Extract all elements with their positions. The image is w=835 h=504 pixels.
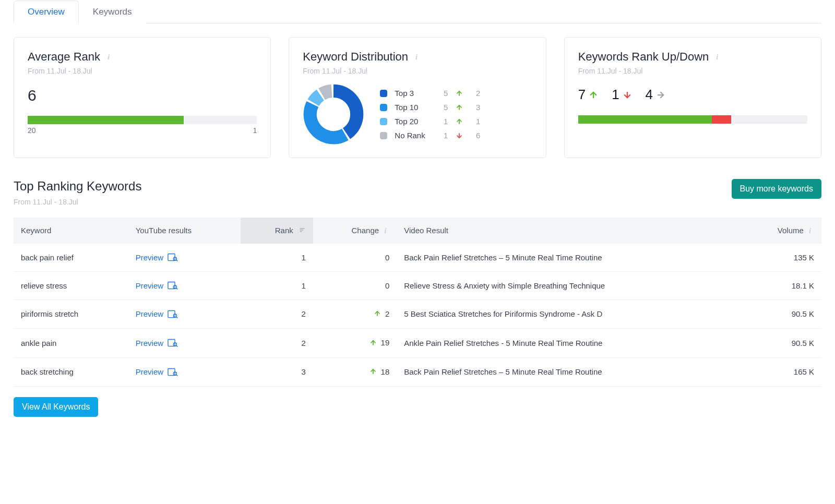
col-youtube-results[interactable]: YouTube results: [128, 218, 241, 244]
section-title: Top Ranking Keywords: [14, 179, 141, 194]
cell-youtube-results: Preview: [128, 271, 241, 299]
updown-segment: [578, 115, 712, 124]
change-value: 18: [381, 367, 390, 376]
card-title: Average Rank i: [28, 50, 257, 64]
avg-rank-value: 6: [28, 87, 257, 104]
legend-swatch: [380, 90, 387, 97]
preview-icon: [168, 339, 178, 347]
distribution-title: Keyword Distribution: [303, 50, 408, 64]
updown-values: 7 1 4: [578, 87, 807, 103]
view-all-keywords-button[interactable]: View All Keywords: [14, 397, 98, 417]
info-icon[interactable]: i: [381, 227, 389, 235]
cell-change: 0: [313, 271, 397, 299]
updown-bar: [578, 115, 807, 124]
arrow-down-icon: [623, 90, 632, 100]
change-value: 0: [385, 281, 389, 290]
table-row: ankle painPreview219Ankle Pain Relief St…: [14, 329, 821, 358]
date-range: From 11.Jul - 18.Jul: [303, 67, 532, 75]
col-rank[interactable]: Rank: [241, 218, 313, 244]
distribution-legend: Top 352Top 1053Top 2011No Rank16: [380, 89, 480, 140]
tab-overview[interactable]: Overview: [14, 1, 79, 23]
col-change[interactable]: Change i: [313, 218, 397, 244]
legend-label: Top 10: [395, 103, 433, 112]
cell-video-result: Ankle Pain Relief Stretches - 5 Minute R…: [397, 329, 739, 358]
cell-rank: 2: [241, 329, 313, 358]
legend-change: 6: [471, 131, 480, 140]
updown-segment: [712, 115, 731, 124]
down-count: 1: [612, 87, 619, 103]
preview-label: Preview: [136, 253, 163, 262]
preview-link[interactable]: Preview: [136, 281, 178, 290]
table-row: piriformis stretchPreview225 Best Sciati…: [14, 299, 821, 329]
cell-keyword: back pain relief: [14, 244, 128, 272]
info-icon[interactable]: i: [713, 53, 721, 61]
cell-video-result: Relieve Stress & Anxiety with Simple Bre…: [397, 271, 739, 299]
col-video-result[interactable]: Video Result: [397, 218, 739, 244]
legend-swatch: [380, 118, 387, 125]
card-title: Keywords Rank Up/Down i: [578, 50, 807, 64]
preview-icon: [168, 310, 178, 318]
legend-swatch: [380, 104, 387, 111]
table-row: back pain reliefPreview10Back Pain Relie…: [14, 244, 821, 272]
preview-link[interactable]: Preview: [136, 253, 178, 262]
cell-youtube-results: Preview: [128, 329, 241, 358]
change-value: 0: [385, 253, 389, 262]
arrow-up-icon: [369, 339, 377, 346]
cell-rank: 3: [241, 357, 313, 387]
cell-change: 18: [313, 357, 397, 387]
col-keyword[interactable]: Keyword: [14, 218, 128, 244]
legend-label: Top 3: [395, 89, 433, 98]
col-volume[interactable]: Volume i: [740, 218, 821, 244]
buy-keywords-button[interactable]: Buy more keywords: [732, 179, 822, 199]
cell-change: 19: [313, 329, 397, 358]
section-date-range: From 11.Jul - 18.Jul: [14, 198, 141, 206]
legend-count: 1: [438, 131, 448, 140]
card-title: Keyword Distribution i: [303, 50, 532, 64]
arrow-up-icon: [453, 90, 466, 97]
legend-count: 5: [438, 103, 448, 112]
cell-video-result: Back Pain Relief Stretches – 5 Minute Re…: [397, 244, 739, 272]
avg-bar-max: 1: [253, 126, 257, 135]
legend-swatch: [380, 132, 387, 139]
svg-line-16: [176, 260, 178, 261]
cell-change: 2: [313, 299, 397, 329]
up-count: 7: [578, 87, 586, 103]
info-icon[interactable]: i: [104, 53, 113, 61]
cell-rank: 2: [241, 299, 313, 329]
legend-label: No Rank: [395, 131, 433, 140]
updown-segment: [731, 115, 807, 124]
svg-line-30: [176, 375, 178, 376]
summary-cards: Average Rank i From 11.Jul - 18.Jul 6 20…: [14, 37, 821, 158]
preview-label: Preview: [136, 339, 163, 347]
arrow-up-icon: [453, 104, 466, 111]
cell-keyword: back stretching: [14, 357, 128, 387]
arrow-right-icon: [656, 90, 665, 100]
table-body: back pain reliefPreview10Back Pain Relie…: [14, 244, 821, 387]
info-icon[interactable]: i: [806, 227, 814, 235]
svg-line-26: [176, 346, 178, 347]
donut-chart: [303, 83, 364, 145]
preview-label: Preview: [136, 367, 163, 376]
preview-icon: [168, 253, 178, 261]
cell-volume: 18.1 K: [740, 271, 821, 299]
cell-keyword: relieve stress: [14, 271, 128, 299]
cell-volume: 165 K: [740, 357, 821, 387]
cell-volume: 135 K: [740, 244, 821, 272]
tab-keywords[interactable]: Keywords: [79, 1, 146, 23]
info-icon[interactable]: i: [412, 53, 421, 61]
date-range: From 11.Jul - 18.Jul: [578, 67, 807, 75]
legend-count: 1: [438, 117, 448, 126]
svg-line-19: [176, 289, 178, 290]
preview-label: Preview: [136, 281, 163, 290]
svg-line-22: [176, 317, 178, 318]
arrow-up-icon: [369, 368, 377, 375]
preview-link[interactable]: Preview: [136, 309, 178, 318]
cell-rank: 1: [241, 244, 313, 272]
card-keyword-distribution: Keyword Distribution i From 11.Jul - 18.…: [289, 37, 546, 158]
card-rank-updown: Keywords Rank Up/Down i From 11.Jul - 18…: [564, 37, 821, 158]
preview-link[interactable]: Preview: [136, 339, 178, 347]
preview-link[interactable]: Preview: [136, 367, 178, 376]
arrow-up-icon: [453, 118, 466, 125]
cell-volume: 90.5 K: [740, 299, 821, 329]
preview-label: Preview: [136, 309, 163, 318]
